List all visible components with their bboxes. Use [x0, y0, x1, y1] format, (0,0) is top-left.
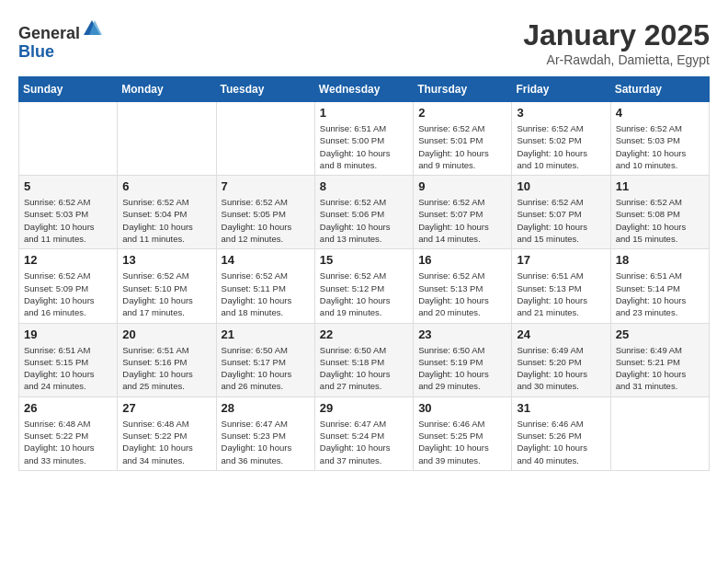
day-info: Sunrise: 6:52 AM Sunset: 5:04 PM Dayligh…: [122, 196, 210, 245]
calendar-cell: [19, 102, 118, 176]
logo-blue: Blue: [18, 42, 54, 61]
day-info: Sunrise: 6:52 AM Sunset: 5:10 PM Dayligh…: [122, 270, 210, 318]
calendar-cell: 9Sunrise: 6:52 AM Sunset: 5:07 PM Daylig…: [414, 176, 512, 249]
page-header: General Blue January 2025 Ar-Rawdah, Dam…: [18, 18, 710, 67]
day-number: 19: [24, 327, 112, 341]
logo-icon: [82, 18, 102, 39]
title-area: January 2025 Ar-Rawdah, Damietta, Egypt: [523, 18, 710, 67]
calendar-cell: 3Sunrise: 6:52 AM Sunset: 5:02 PM Daylig…: [512, 102, 610, 176]
day-number: 6: [122, 179, 210, 193]
day-number: 24: [517, 327, 605, 341]
day-number: 10: [517, 179, 605, 193]
calendar-cell: 20Sunrise: 6:51 AM Sunset: 5:16 PM Dayli…: [118, 323, 216, 396]
calendar-cell: 2Sunrise: 6:52 AM Sunset: 5:01 PM Daylig…: [414, 102, 512, 176]
day-number: 4: [616, 106, 704, 120]
day-number: 28: [222, 401, 310, 415]
day-number: 18: [616, 253, 704, 267]
calendar-week-1: 1Sunrise: 6:51 AM Sunset: 5:00 PM Daylig…: [19, 102, 710, 176]
calendar-cell: 24Sunrise: 6:49 AM Sunset: 5:20 PM Dayli…: [512, 323, 610, 396]
day-number: 15: [320, 253, 408, 267]
month-title: January 2025: [523, 18, 710, 52]
calendar-cell: 25Sunrise: 6:49 AM Sunset: 5:21 PM Dayli…: [610, 323, 709, 396]
calendar-cell: 16Sunrise: 6:52 AM Sunset: 5:13 PM Dayli…: [414, 249, 512, 323]
day-info: Sunrise: 6:46 AM Sunset: 5:26 PM Dayligh…: [517, 418, 605, 466]
calendar-cell: 10Sunrise: 6:52 AM Sunset: 5:07 PM Dayli…: [512, 176, 610, 249]
day-info: Sunrise: 6:48 AM Sunset: 5:22 PM Dayligh…: [24, 418, 112, 466]
day-info: Sunrise: 6:52 AM Sunset: 5:05 PM Dayligh…: [222, 196, 310, 245]
day-info: Sunrise: 6:52 AM Sunset: 5:09 PM Dayligh…: [24, 270, 112, 318]
day-info: Sunrise: 6:51 AM Sunset: 5:15 PM Dayligh…: [24, 344, 112, 393]
day-number: 14: [222, 253, 310, 267]
day-number: 12: [24, 253, 112, 267]
day-number: 26: [24, 401, 112, 415]
weekday-header-sunday: Sunday: [19, 77, 118, 102]
weekday-header-saturday: Saturday: [610, 77, 709, 102]
weekday-header-wednesday: Wednesday: [314, 77, 413, 102]
calendar-cell: 4Sunrise: 6:52 AM Sunset: 5:03 PM Daylig…: [610, 102, 709, 176]
day-info: Sunrise: 6:52 AM Sunset: 5:06 PM Dayligh…: [320, 196, 408, 245]
calendar-week-5: 26Sunrise: 6:48 AM Sunset: 5:22 PM Dayli…: [19, 396, 710, 470]
day-number: 7: [222, 179, 310, 193]
day-info: Sunrise: 6:47 AM Sunset: 5:23 PM Dayligh…: [222, 418, 310, 466]
calendar-cell: 29Sunrise: 6:47 AM Sunset: 5:24 PM Dayli…: [314, 396, 413, 470]
calendar-cell: 15Sunrise: 6:52 AM Sunset: 5:12 PM Dayli…: [314, 249, 413, 323]
day-number: 27: [122, 401, 210, 415]
calendar-cell: 21Sunrise: 6:50 AM Sunset: 5:17 PM Dayli…: [216, 323, 314, 396]
day-info: Sunrise: 6:49 AM Sunset: 5:21 PM Dayligh…: [616, 344, 704, 393]
day-info: Sunrise: 6:52 AM Sunset: 5:07 PM Dayligh…: [517, 196, 605, 245]
weekday-header-tuesday: Tuesday: [216, 77, 314, 102]
calendar-cell: 17Sunrise: 6:51 AM Sunset: 5:13 PM Dayli…: [512, 249, 610, 323]
calendar-cell: 6Sunrise: 6:52 AM Sunset: 5:04 PM Daylig…: [118, 176, 216, 249]
calendar-cell: 26Sunrise: 6:48 AM Sunset: 5:22 PM Dayli…: [19, 396, 118, 470]
calendar-cell: [216, 102, 314, 176]
calendar-cell: 23Sunrise: 6:50 AM Sunset: 5:19 PM Dayli…: [414, 323, 512, 396]
day-info: Sunrise: 6:50 AM Sunset: 5:17 PM Dayligh…: [222, 344, 310, 393]
calendar-cell: 11Sunrise: 6:52 AM Sunset: 5:08 PM Dayli…: [610, 176, 709, 249]
weekday-header-row: SundayMondayTuesdayWednesdayThursdayFrid…: [19, 77, 710, 102]
day-number: 25: [616, 327, 704, 341]
day-number: 3: [517, 106, 605, 120]
day-info: Sunrise: 6:50 AM Sunset: 5:18 PM Dayligh…: [320, 344, 408, 393]
calendar-cell: 18Sunrise: 6:51 AM Sunset: 5:14 PM Dayli…: [610, 249, 709, 323]
day-number: 16: [418, 253, 506, 267]
day-number: 1: [320, 106, 408, 120]
calendar-cell: 1Sunrise: 6:51 AM Sunset: 5:00 PM Daylig…: [314, 102, 413, 176]
calendar-cell: 22Sunrise: 6:50 AM Sunset: 5:18 PM Dayli…: [314, 323, 413, 396]
calendar-cell: 5Sunrise: 6:52 AM Sunset: 5:03 PM Daylig…: [19, 176, 118, 249]
day-info: Sunrise: 6:47 AM Sunset: 5:24 PM Dayligh…: [320, 418, 408, 466]
day-number: 5: [24, 179, 112, 193]
calendar-cell: 14Sunrise: 6:52 AM Sunset: 5:11 PM Dayli…: [216, 249, 314, 323]
day-number: 11: [616, 179, 704, 193]
day-number: 21: [222, 327, 310, 341]
day-info: Sunrise: 6:52 AM Sunset: 5:12 PM Dayligh…: [320, 270, 408, 318]
day-info: Sunrise: 6:52 AM Sunset: 5:13 PM Dayligh…: [418, 270, 506, 318]
day-info: Sunrise: 6:50 AM Sunset: 5:19 PM Dayligh…: [418, 344, 506, 393]
day-info: Sunrise: 6:51 AM Sunset: 5:00 PM Dayligh…: [320, 122, 408, 171]
location-subtitle: Ar-Rawdah, Damietta, Egypt: [523, 52, 710, 67]
day-info: Sunrise: 6:51 AM Sunset: 5:16 PM Dayligh…: [122, 344, 210, 393]
logo-general: General: [18, 24, 80, 42]
calendar-cell: [118, 102, 216, 176]
day-info: Sunrise: 6:52 AM Sunset: 5:03 PM Dayligh…: [24, 196, 112, 245]
calendar-week-3: 12Sunrise: 6:52 AM Sunset: 5:09 PM Dayli…: [19, 249, 710, 323]
day-info: Sunrise: 6:49 AM Sunset: 5:20 PM Dayligh…: [517, 344, 605, 393]
calendar-cell: 8Sunrise: 6:52 AM Sunset: 5:06 PM Daylig…: [314, 176, 413, 249]
day-info: Sunrise: 6:52 AM Sunset: 5:07 PM Dayligh…: [418, 196, 506, 245]
day-info: Sunrise: 6:51 AM Sunset: 5:13 PM Dayligh…: [517, 270, 605, 318]
weekday-header-friday: Friday: [512, 77, 610, 102]
day-info: Sunrise: 6:52 AM Sunset: 5:11 PM Dayligh…: [222, 270, 310, 318]
day-number: 30: [418, 401, 506, 415]
day-number: 23: [418, 327, 506, 341]
weekday-header-thursday: Thursday: [414, 77, 512, 102]
day-number: 8: [320, 179, 408, 193]
calendar-cell: 28Sunrise: 6:47 AM Sunset: 5:23 PM Dayli…: [216, 396, 314, 470]
calendar-week-4: 19Sunrise: 6:51 AM Sunset: 5:15 PM Dayli…: [19, 323, 710, 396]
calendar-cell: 13Sunrise: 6:52 AM Sunset: 5:10 PM Dayli…: [118, 249, 216, 323]
day-number: 20: [122, 327, 210, 341]
day-number: 13: [122, 253, 210, 267]
day-info: Sunrise: 6:52 AM Sunset: 5:02 PM Dayligh…: [517, 122, 605, 171]
day-info: Sunrise: 6:52 AM Sunset: 5:03 PM Dayligh…: [616, 122, 704, 171]
calendar-cell: [610, 396, 709, 470]
day-info: Sunrise: 6:48 AM Sunset: 5:22 PM Dayligh…: [122, 418, 210, 466]
day-number: 31: [517, 401, 605, 415]
